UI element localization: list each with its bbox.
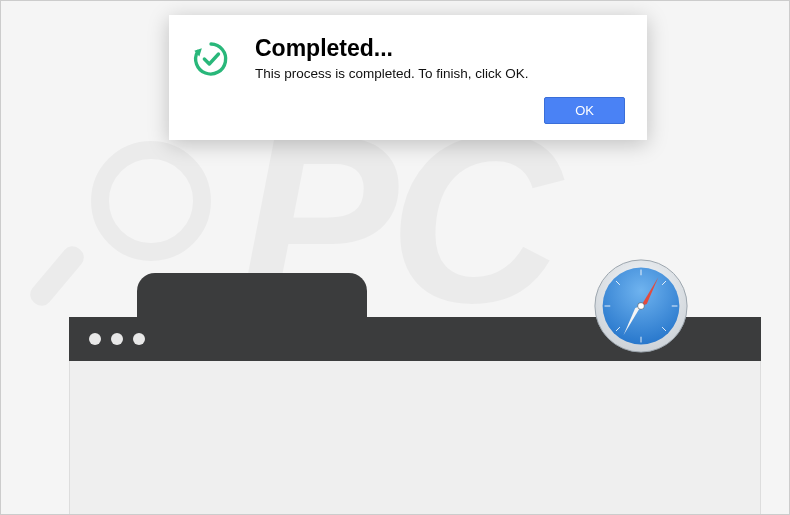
dialog-message: This process is completed. To finish, cl… [255, 66, 625, 81]
ok-button[interactable]: OK [544, 97, 625, 124]
completion-dialog: Completed... This process is completed. … [169, 15, 647, 140]
safari-compass-icon [593, 258, 689, 354]
check-circle-refresh-icon [191, 39, 231, 83]
dialog-title: Completed... [255, 35, 625, 62]
dialog-footer: OK [191, 97, 625, 124]
window-close-dot [89, 333, 101, 345]
window-maximize-dot [133, 333, 145, 345]
browser-content-area [69, 361, 761, 515]
svg-point-12 [638, 303, 645, 310]
browser-tab [137, 273, 367, 317]
window-minimize-dot [111, 333, 123, 345]
dialog-body: Completed... This process is completed. … [191, 35, 625, 83]
watermark-magnifier-lens [91, 141, 211, 261]
dialog-text-block: Completed... This process is completed. … [255, 35, 625, 81]
